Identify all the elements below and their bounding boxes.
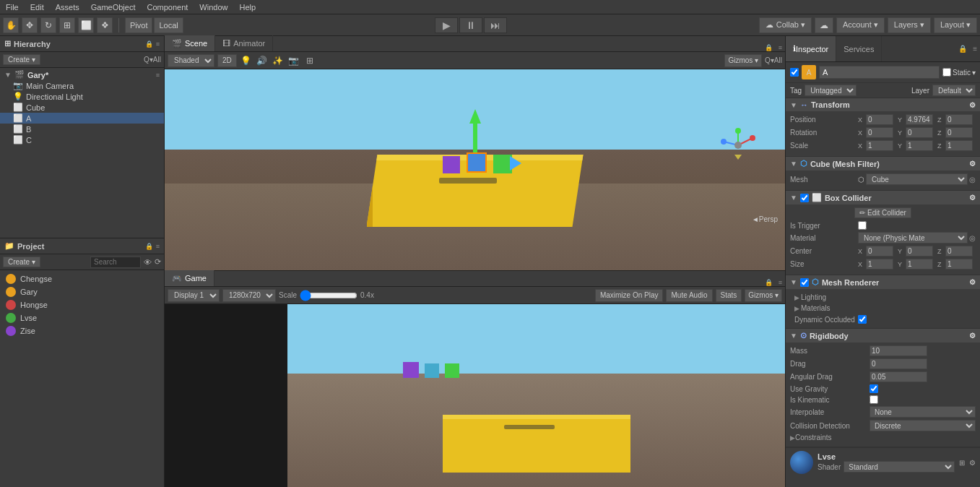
layers-dropdown[interactable]: Layers ▾ [888, 17, 931, 33]
local-button[interactable]: Local [154, 17, 183, 33]
is-kinematic-checkbox[interactable] [870, 395, 878, 404]
axis-gizmo[interactable] [720, 127, 756, 163]
project-item-chengse[interactable]: Chengse [4, 273, 160, 285]
step-button[interactable]: ⏭ [484, 17, 507, 33]
scale-slider[interactable] [300, 290, 357, 301]
mesh-select-icon[interactable]: ◎ [969, 176, 976, 184]
hier-item-gary[interactable]: ▼ 🎬 Gary* ≡ [0, 69, 164, 80]
insp-lock-icon[interactable]: 🔒 [955, 45, 970, 53]
object-active-checkbox[interactable] [790, 68, 799, 77]
camera-icon[interactable]: 📷 [287, 54, 300, 67]
sync-icon[interactable]: ⟳ [155, 257, 161, 267]
game-view[interactable] [165, 304, 785, 487]
hier-item-c[interactable]: ⬜ C [0, 134, 164, 145]
scale-z-input[interactable] [945, 140, 973, 151]
2d-toggle[interactable]: 2D [217, 54, 237, 67]
lighting-row[interactable]: ▶ Lighting [790, 292, 976, 303]
menu-gameobject[interactable]: GameObject [88, 3, 139, 12]
display-dropdown[interactable]: Display 1 [168, 289, 220, 302]
static-checkbox[interactable] [942, 68, 951, 77]
project-item-gary[interactable]: Gary [4, 286, 160, 298]
project-item-lvse[interactable]: Lvse [4, 312, 160, 324]
scene-tab[interactable]: 🎬 Scene [165, 35, 215, 51]
layer-dropdown[interactable]: Default [932, 85, 976, 96]
scale-y-input[interactable] [906, 140, 933, 151]
rb-settings-icon[interactable]: ⚙ [969, 332, 976, 340]
insp-menu-icon[interactable]: ≡ [970, 45, 980, 53]
layout-dropdown[interactable]: Layout ▾ [934, 17, 977, 33]
shaded-dropdown[interactable]: Shaded [168, 54, 214, 67]
cz-input[interactable] [945, 246, 973, 257]
hier-item-b[interactable]: ⬜ B [0, 124, 164, 134]
menu-file[interactable]: File [3, 3, 22, 12]
transform-tool[interactable]: ❖ [97, 17, 113, 33]
move-tool[interactable]: ✥ [22, 17, 38, 33]
animator-tab[interactable]: 🎞 Animator [215, 35, 273, 51]
collab-button[interactable]: ☁ Collab ▾ [759, 17, 812, 33]
transform-header[interactable]: ▼ ↔ Transform ⚙ [786, 98, 980, 111]
transform-settings-icon[interactable]: ⚙ [969, 101, 976, 109]
menu-assets[interactable]: Assets [53, 3, 82, 12]
pos-x-input[interactable] [866, 114, 893, 125]
materials-row[interactable]: ▶ Materials [790, 303, 976, 314]
cx-input[interactable] [866, 246, 893, 257]
cloud-button[interactable]: ☁ [815, 17, 833, 33]
edit-collider-button[interactable]: ✏ Edit Collider [854, 207, 911, 218]
pivot-button[interactable]: Pivot [125, 17, 152, 33]
rot-y-input[interactable] [906, 127, 933, 138]
scale-tool[interactable]: ⊞ [59, 17, 75, 33]
interpolate-dropdown[interactable]: None [870, 406, 976, 418]
hier-item-directionallight[interactable]: 💡 Directional Light [0, 91, 164, 102]
game-gizmos-dropdown[interactable]: Gizmos ▾ [745, 289, 782, 302]
object-name-input[interactable] [819, 66, 940, 79]
gizmos-dropdown[interactable]: Gizmos ▾ [724, 54, 762, 67]
collider-material-dropdown[interactable]: None (Physic Mate [858, 232, 968, 244]
eye-icon[interactable]: 👁 [144, 258, 152, 267]
project-item-hongse[interactable]: Hongse [4, 299, 160, 311]
angular-drag-input[interactable] [870, 371, 927, 382]
mass-input[interactable] [870, 345, 927, 356]
mr-enabled-checkbox[interactable] [800, 278, 809, 287]
mesh-dropdown[interactable]: Cube [866, 173, 968, 185]
pause-button[interactable]: ⏸ [459, 17, 482, 33]
project-item-zise[interactable]: Zise [4, 325, 160, 337]
mr-settings-icon[interactable]: ⚙ [969, 278, 976, 286]
maximize-on-play-button[interactable]: Maximize On Play [595, 289, 664, 302]
hier-item-maincamera[interactable]: 📷 Main Camera [0, 80, 164, 91]
is-trigger-checkbox[interactable] [858, 221, 867, 230]
collider-material-select[interactable]: ◎ [969, 234, 976, 242]
play-button[interactable]: ▶ [435, 17, 458, 33]
game-tab[interactable]: 🎮 Game [165, 270, 214, 286]
menu-edit[interactable]: Edit [27, 3, 47, 12]
scene-view[interactable]: ◄Persp [165, 69, 785, 270]
pos-z-input[interactable] [945, 114, 973, 125]
static-dropdown-arrow[interactable]: ▾ [972, 69, 976, 77]
mesh-renderer-header[interactable]: ▼ ⬡ Mesh Renderer ⚙ [786, 275, 980, 289]
project-create-button[interactable]: Create ▾ [3, 257, 40, 267]
material-copy-icon[interactable]: ⊞ [959, 459, 965, 467]
tag-dropdown[interactable]: Untagged [805, 85, 857, 96]
services-tab[interactable]: Services [836, 36, 882, 61]
rot-z-input[interactable] [945, 127, 973, 138]
rot-x-input[interactable] [866, 127, 893, 138]
sx-input[interactable] [866, 259, 893, 270]
mute-audio-button[interactable]: Mute Audio [666, 289, 712, 302]
collision-detection-dropdown[interactable]: Discrete [870, 420, 976, 431]
menu-window[interactable]: Window [196, 3, 230, 12]
cy-input[interactable] [906, 246, 933, 257]
dynamic-occluded-checkbox[interactable] [858, 315, 867, 324]
bc-settings-icon[interactable]: ⚙ [969, 194, 976, 202]
resolution-dropdown[interactable]: 1280x720 [222, 289, 276, 302]
rect-tool[interactable]: ⬜ [78, 17, 94, 33]
sy-input[interactable] [906, 259, 933, 270]
box-collider-header[interactable]: ▼ ⬜ Box Collider ⚙ [786, 191, 980, 204]
effects-icon[interactable]: ✨ [272, 54, 285, 67]
use-gravity-checkbox[interactable] [870, 384, 878, 393]
project-search-input[interactable] [90, 257, 141, 268]
sz-input[interactable] [945, 259, 973, 270]
shader-dropdown[interactable]: Standard [844, 461, 955, 473]
audio-icon[interactable]: 🔊 [256, 54, 269, 67]
hand-tool[interactable]: ✋ [3, 17, 19, 33]
menu-component[interactable]: Component [144, 3, 191, 12]
hier-item-a[interactable]: ⬜ A [0, 113, 164, 124]
